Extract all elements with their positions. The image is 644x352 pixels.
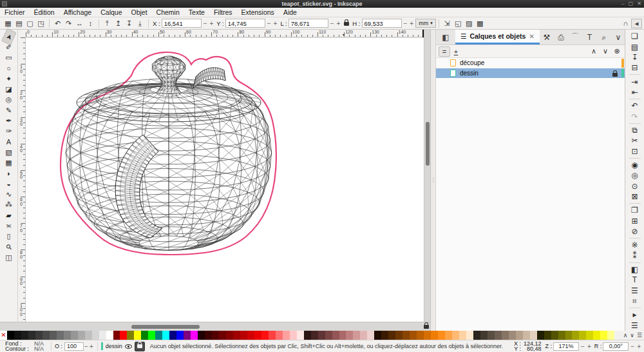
delete-layer-button[interactable]: ⊗	[611, 46, 623, 57]
swatch-6e6e00[interactable]	[558, 331, 565, 340]
swatch-ab6868[interactable]	[339, 331, 346, 340]
swatch-1c1c1c[interactable]	[21, 331, 28, 340]
copy-icon[interactable]: ⧉	[628, 125, 642, 135]
swatch-2b1515[interactable]	[304, 331, 311, 340]
swatch-eb0000[interactable]	[254, 331, 261, 340]
swatch-969696[interactable]	[71, 331, 78, 340]
swatch-b5a08c[interactable]	[516, 331, 523, 340]
y-field-minus-button[interactable]: −	[267, 20, 271, 27]
rotation-input[interactable]: 0,00°	[603, 342, 629, 351]
swatch-ebebeb[interactable]	[99, 331, 106, 340]
scale-gradient-icon[interactable]: ▨	[464, 19, 475, 28]
horizontal-scrollbar-thumb[interactable]	[131, 325, 200, 329]
swatch-9e8a78[interactable]	[509, 331, 516, 340]
swatch-800080[interactable]	[184, 331, 191, 340]
swatch-a25200[interactable]	[410, 331, 417, 340]
width-field-minus-button[interactable]: −	[330, 20, 334, 27]
snapbar-collapse-button[interactable]: ◂	[631, 19, 642, 28]
swatch-d66e00[interactable]	[424, 331, 431, 340]
swatch-c07f7f[interactable]	[346, 331, 353, 340]
menu-calque[interactable]: Calque	[96, 8, 126, 16]
swatch-ff4040[interactable]	[269, 331, 276, 340]
select-all-icon[interactable]: ▦	[3, 19, 14, 28]
swatch-935555[interactable]	[332, 331, 339, 340]
rotate-ccw-icon[interactable]: ↶	[52, 19, 63, 28]
opacity-minus-button[interactable]: −	[84, 343, 88, 350]
snap-toggle-icon[interactable]: ∩	[620, 19, 631, 28]
swatch-a2a200[interactable]	[572, 331, 579, 340]
undo-icon[interactable]: ↶	[628, 101, 642, 111]
swatch-d20000[interactable]	[247, 331, 254, 340]
swatch-3d0000[interactable]	[205, 331, 212, 340]
swatch-c0c0c0[interactable]	[85, 331, 92, 340]
rotation-plus-button[interactable]: +	[637, 343, 641, 350]
swatch-000000[interactable]	[7, 331, 14, 340]
swatch-ffd2a3[interactable]	[459, 331, 466, 340]
menu-chemin[interactable]: Chemin	[152, 8, 184, 16]
swatch-ffffff[interactable]	[106, 331, 113, 340]
tab-export[interactable]: ⎙	[554, 30, 568, 44]
tab-find[interactable]: ⌕	[597, 30, 611, 44]
swatch-ababab[interactable]	[78, 331, 85, 340]
select-all-layers-icon[interactable]: ▤	[14, 19, 24, 28]
swatch-808000[interactable]	[127, 331, 134, 340]
add-layer-button[interactable]: +	[450, 46, 462, 57]
swatch-888800[interactable]	[565, 331, 573, 340]
menu-fichier[interactable]: Fichier	[0, 8, 30, 16]
open-document-icon[interactable]: ▤	[628, 41, 642, 52]
layer-row-découpe[interactable]: découpe	[436, 58, 625, 68]
duplicate-icon[interactable]: ❐	[628, 205, 642, 215]
swatch-705f53[interactable]	[495, 331, 502, 340]
panel-splitter[interactable]: ⋮	[430, 30, 435, 331]
raise-icon[interactable]: ↥	[113, 19, 124, 28]
swatch-0000ff[interactable]	[176, 331, 184, 340]
swatch-efd2d2[interactable]	[367, 331, 374, 340]
expand-icon[interactable]: ▸	[628, 309, 642, 320]
zoom-selection-icon[interactable]: ◉	[628, 160, 642, 170]
zoom-center-icon[interactable]: ⊠	[628, 191, 642, 202]
swatch-008000[interactable]	[141, 331, 148, 340]
swatch-ffe8e8[interactable]	[297, 331, 304, 340]
lock-ratio-icon[interactable]	[344, 20, 349, 27]
palette-menu-button[interactable]: ☰	[637, 332, 642, 338]
raise-to-top-icon[interactable]: ⤒	[102, 19, 113, 28]
rectangle-tool[interactable]: ▭	[2, 53, 16, 63]
swatch-ff0000[interactable]	[120, 331, 127, 340]
star-tool[interactable]: ✦	[2, 73, 16, 84]
bezier-tool[interactable]: ✒	[2, 115, 16, 126]
layer-blend-button[interactable]: =	[439, 46, 450, 57]
zoom-plus-button[interactable]: +	[587, 343, 591, 350]
swatch-ccb8a3[interactable]	[523, 331, 530, 340]
fill-stroke-dialog-icon[interactable]: ◧	[628, 264, 642, 275]
swatch-800000[interactable]	[113, 331, 120, 340]
text-dialog-icon[interactable]: T	[628, 275, 642, 285]
width-field-plus-button[interactable]: +	[337, 20, 341, 27]
horizontal-scrollbar[interactable]	[0, 322, 430, 331]
paste-icon[interactable]: ⊡	[628, 146, 642, 156]
swatch-7a4444[interactable]	[325, 331, 332, 340]
menu-texte[interactable]: Texte	[184, 8, 209, 16]
tweak-tool[interactable]: ∿	[2, 189, 16, 199]
y-field-plus-button[interactable]: +	[274, 20, 278, 27]
swatch-462424[interactable]	[311, 331, 318, 340]
swatch-e2b5b5[interactable]	[360, 331, 367, 340]
mesh-tool[interactable]: ▦	[2, 158, 16, 168]
vertical-ruler[interactable]: 1 02 03 04 05 06 07 08 09 01 0 0	[18, 37, 26, 322]
swatch-2b2b2b[interactable]	[28, 331, 35, 340]
tab-layers-objects[interactable]: ☰ Calques et objets ✕	[455, 30, 540, 44]
maximize-button[interactable]: ▢	[629, 1, 634, 6]
x-field-minus-button[interactable]: −	[204, 20, 207, 27]
swatch-877465[interactable]	[502, 331, 509, 340]
layer-locked-icon[interactable]	[612, 71, 618, 78]
swatch-200000[interactable]	[198, 331, 205, 340]
swatch-6e6e6e[interactable]	[57, 331, 64, 340]
fill-stroke-indicator[interactable]: Fond : N/A Contour : N/A	[0, 341, 48, 352]
swatch-e3d1bd[interactable]	[530, 331, 537, 340]
zoom-page-icon[interactable]: ⊙	[628, 181, 642, 191]
swatch-d6d600[interactable]	[586, 331, 593, 340]
clone-icon[interactable]: ⊞	[628, 215, 642, 226]
swatch-ff7070[interactable]	[276, 331, 283, 340]
swatch-603434[interactable]	[318, 331, 325, 340]
lower-icon[interactable]: ↧	[124, 19, 135, 28]
palette-up-button[interactable]: ∧	[623, 332, 628, 338]
